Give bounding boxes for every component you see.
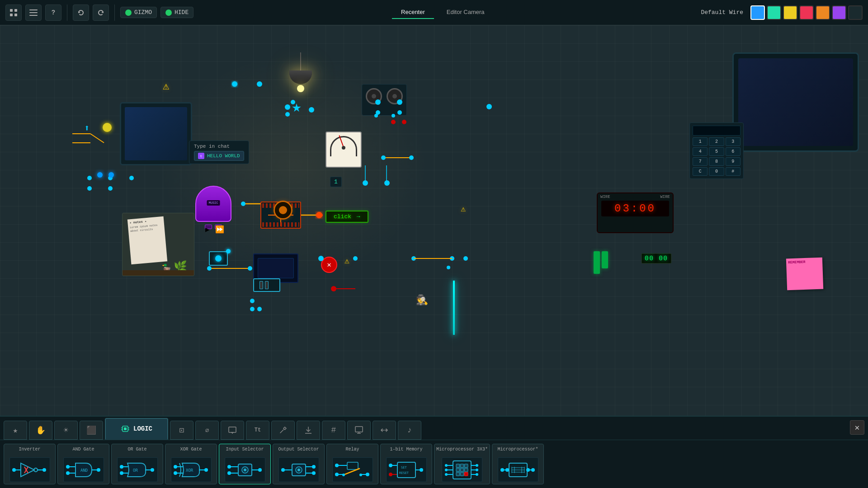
numpad-key-1[interactable]: 1	[693, 137, 708, 146]
tab-input[interactable]	[297, 421, 320, 440]
numpad-key-6[interactable]: 6	[726, 147, 741, 156]
numpad-key-7[interactable]: 7	[693, 157, 708, 166]
display-icon	[228, 426, 236, 434]
tab-blocks[interactable]: ⬛	[80, 421, 103, 440]
shelf-note: ✦ notes ✦ Lorem ipsum notes about circui…	[122, 213, 194, 276]
comp-card-microprocessor-3x3[interactable]: Microprocessor 3X3*	[434, 444, 490, 484]
svg-point-30	[250, 307, 255, 311]
numpad-key-0[interactable]: 0	[709, 167, 724, 176]
top-toolbar: ? GIZMO HIDE Recenter Editor Camera Defa…	[0, 0, 868, 25]
interact-icon: ✋	[36, 425, 46, 435]
comp-preview-or-gate: OR	[117, 457, 158, 482]
numpad-key-c[interactable]: C	[693, 167, 708, 176]
hide-toggle[interactable]: HIDE	[160, 7, 193, 18]
tab-logic[interactable]: LOGIC	[105, 418, 168, 440]
wire-color-yellow[interactable]	[783, 5, 797, 20]
tab-screen[interactable]	[347, 421, 371, 440]
comp-card-inverter[interactable]: Inverter	[4, 444, 56, 484]
numpad-key-5[interactable]: 5	[709, 147, 724, 156]
text-icon: Tt	[255, 427, 261, 433]
svg-point-114	[297, 469, 300, 471]
tab-frame[interactable]: ⊡	[170, 421, 193, 440]
tv-screen-left	[125, 107, 187, 160]
close-button[interactable]: ✕	[850, 420, 864, 435]
tab-text[interactable]: Tt	[246, 421, 269, 440]
svg-point-171	[500, 468, 504, 472]
editor-camera-button[interactable]: Editor Camera	[438, 6, 494, 19]
comp-card-and-gate[interactable]: AND Gate AND	[57, 444, 109, 484]
gizmo-toggle[interactable]: GIZMO	[120, 7, 157, 18]
numpad-grid: 1 2 3 4 5 6 7 8 9 C 0 #	[693, 137, 741, 176]
segment-display: 00 00	[642, 253, 671, 263]
tab-light[interactable]: ☀	[54, 421, 78, 440]
comp-card-microprocessor[interactable]: Microprocessor*	[492, 444, 544, 484]
wire-color-orange[interactable]	[816, 5, 830, 20]
click-button-arrow: →	[357, 213, 360, 220]
gizmo-label: GIZMO	[134, 9, 152, 16]
jukebox-btn-2[interactable]: ⏩	[215, 225, 222, 229]
jukebox-label: MUSIC	[207, 200, 220, 206]
tab-physics[interactable]: ⌀	[195, 421, 219, 440]
comp-preview-xor-gate: XOR	[171, 457, 212, 482]
numpad-key-hash[interactable]: #	[726, 167, 741, 176]
numpad: 1 2 3 4 5 6 7 8 9 C 0 #	[689, 122, 744, 179]
tab-interact[interactable]: ✋	[29, 421, 52, 440]
svg-point-36	[402, 120, 406, 124]
svg-point-136	[389, 464, 392, 467]
svg-rect-2	[10, 14, 13, 16]
blocks-icon: ⬛	[86, 425, 96, 435]
svg-point-57	[463, 256, 468, 261]
grid-button[interactable]	[5, 5, 22, 21]
recenter-button[interactable]: Recenter	[392, 6, 434, 19]
svg-point-93	[120, 471, 123, 475]
comp-card-or-gate[interactable]: OR Gate OR	[111, 444, 163, 484]
tab-bar: ★ ✋ ☀ ⬛ LOGIC ⊡ ⌀	[0, 417, 868, 440]
wire-label: Default Wire	[701, 9, 743, 16]
numpad-key-8[interactable]: 8	[709, 157, 724, 166]
numpad-key-2[interactable]: 2	[709, 137, 724, 146]
menu-button[interactable]	[25, 5, 42, 21]
help-button[interactable]: ?	[45, 5, 61, 21]
tab-favorites[interactable]: ★	[4, 421, 27, 440]
redo-button[interactable]	[93, 5, 109, 21]
jukebox-btn-1[interactable]: ▶	[205, 225, 212, 229]
comp-card-1bit-memory[interactable]: 1-bit Memory SET RESET	[380, 444, 432, 484]
meter-arc	[330, 136, 357, 156]
svg-point-55	[411, 256, 416, 261]
comp-card-xor-gate[interactable]: XOR Gate XOR	[165, 444, 217, 484]
svg-point-41	[409, 155, 414, 160]
svg-point-126	[359, 474, 362, 476]
comp-card-input-selector[interactable]: Input Selector	[219, 444, 271, 484]
svg-rect-132	[397, 462, 415, 478]
wire-color-blue[interactable]	[750, 5, 765, 20]
svg-point-78	[42, 468, 46, 472]
undo-button[interactable]	[73, 5, 89, 21]
numpad-key-4[interactable]: 4	[693, 147, 708, 156]
wire-color-purple[interactable]	[832, 5, 846, 20]
svg-point-159	[476, 469, 478, 471]
wire-color-teal[interactable]	[767, 5, 781, 20]
tab-io[interactable]	[373, 421, 396, 440]
wire-color-dark[interactable]	[848, 5, 863, 20]
comp-card-relay[interactable]: Relay	[326, 444, 378, 484]
wire-color-red[interactable]	[799, 5, 814, 20]
logic-chip-icon	[121, 424, 130, 433]
x-button-component[interactable]: ✕	[321, 257, 337, 273]
bomb-time: 03:00	[614, 202, 656, 215]
comp-card-output-selector[interactable]: Output Selector	[273, 444, 325, 484]
svg-point-23	[316, 212, 322, 218]
tab-audio[interactable]: ♪	[398, 421, 421, 440]
svg-rect-147	[460, 464, 464, 468]
click-button[interactable]: click →	[326, 211, 368, 223]
svg-point-157	[445, 473, 448, 476]
tab-display[interactable]	[221, 421, 244, 440]
tab-tools[interactable]	[271, 421, 295, 440]
numpad-key-3[interactable]: 3	[726, 137, 741, 146]
io-icon	[380, 426, 388, 434]
svg-point-53	[331, 286, 336, 291]
numpad-key-9[interactable]: 9	[726, 157, 741, 166]
chat-message-text: HELLO WORLD	[207, 153, 240, 159]
svg-point-87	[97, 468, 100, 472]
svg-point-92	[120, 465, 123, 469]
tab-counter[interactable]: #	[322, 421, 345, 440]
